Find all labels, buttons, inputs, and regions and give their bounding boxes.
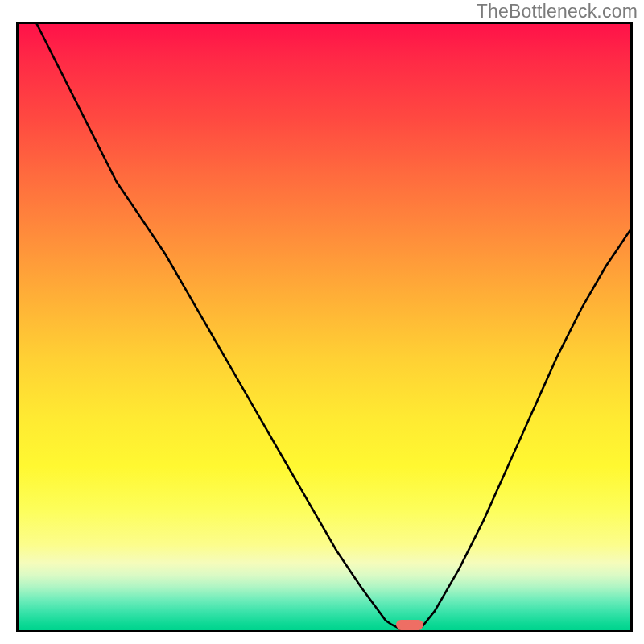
watermark-text: TheBottleneck.com — [477, 1, 638, 23]
background-gradient — [19, 24, 630, 630]
optimal-marker — [396, 620, 423, 630]
plot-area — [16, 22, 633, 632]
chart-container: TheBottleneck.com — [0, 0, 644, 644]
